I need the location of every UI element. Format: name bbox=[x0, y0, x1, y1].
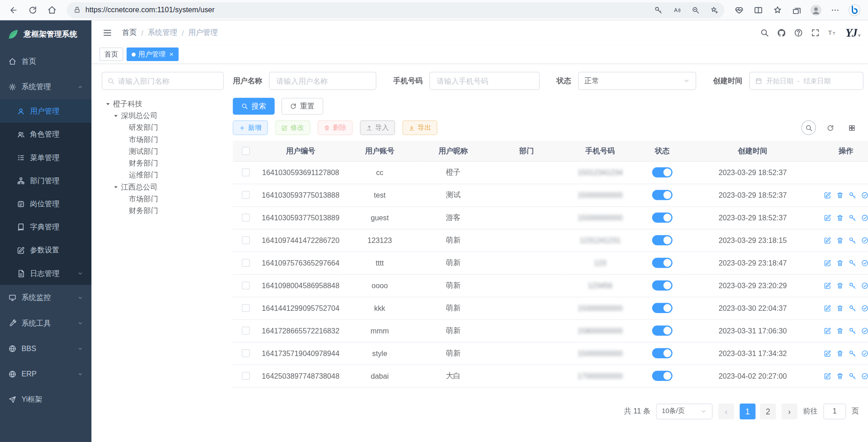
row-checkbox[interactable] bbox=[242, 214, 249, 221]
sidebar-item-字典管理[interactable]: 字典管理 bbox=[0, 215, 91, 238]
row-assign-role-button[interactable] bbox=[861, 304, 868, 312]
row-reset-password-button[interactable] bbox=[849, 237, 856, 244]
row-delete-button[interactable] bbox=[836, 191, 843, 199]
zoom-icon[interactable] bbox=[688, 3, 702, 17]
row-checkbox[interactable] bbox=[242, 191, 249, 199]
tree-node-财务部门[interactable]: 财务部门 bbox=[102, 157, 224, 169]
tree-node-运维部门[interactable]: 运维部门 bbox=[102, 169, 224, 181]
column-settings-button[interactable] bbox=[844, 120, 859, 135]
sidebar-item-参数设置[interactable]: 参数设置 bbox=[0, 238, 91, 261]
row-checkbox[interactable] bbox=[242, 259, 249, 266]
row-reset-password-button[interactable] bbox=[849, 350, 856, 357]
more-menu-icon[interactable] bbox=[827, 2, 843, 18]
split-screen-icon[interactable] bbox=[750, 2, 766, 18]
tree-node-研发部门[interactable]: 研发部门 bbox=[102, 122, 224, 133]
sidebar-item-首页[interactable]: 首页 bbox=[0, 48, 91, 74]
username-input[interactable] bbox=[269, 72, 376, 90]
row-assign-role-button[interactable] bbox=[861, 237, 868, 244]
status-toggle[interactable] bbox=[652, 280, 673, 290]
tree-node-市场部门[interactable]: 市场部门 bbox=[102, 193, 224, 204]
search-icon[interactable] bbox=[757, 25, 772, 40]
sidebar-item-角色管理[interactable]: 角色管理 bbox=[0, 123, 91, 146]
row-reset-password-button[interactable] bbox=[849, 372, 856, 380]
row-checkbox[interactable] bbox=[242, 236, 249, 244]
row-reset-password-button[interactable] bbox=[849, 327, 856, 334]
status-toggle[interactable] bbox=[652, 348, 673, 358]
add-favorite-icon[interactable] bbox=[707, 3, 721, 17]
row-edit-button[interactable] bbox=[824, 327, 831, 334]
delete-button[interactable]: 删除 bbox=[318, 120, 352, 135]
browser-home-icon[interactable] bbox=[44, 2, 60, 18]
sidebar-item-岗位管理[interactable]: 岗位管理 bbox=[0, 192, 91, 215]
read-aloud-icon[interactable] bbox=[669, 3, 683, 17]
row-assign-role-button[interactable] bbox=[861, 214, 868, 221]
github-icon[interactable] bbox=[774, 25, 789, 40]
row-delete-button[interactable] bbox=[836, 350, 843, 357]
tree-node-测试部门[interactable]: 测试部门 bbox=[102, 145, 224, 157]
row-delete-button[interactable] bbox=[836, 237, 843, 244]
favorites-icon[interactable] bbox=[770, 2, 786, 18]
reset-button[interactable]: 重置 bbox=[281, 98, 323, 114]
row-checkbox[interactable] bbox=[242, 168, 249, 176]
tab-首页[interactable]: 首页 bbox=[100, 48, 123, 61]
row-checkbox[interactable] bbox=[242, 281, 249, 289]
refresh-table-button[interactable] bbox=[823, 120, 837, 135]
sidebar-item-系统工具[interactable]: 系统工具 bbox=[0, 310, 91, 336]
sidebar-toggle-icon[interactable] bbox=[100, 25, 115, 41]
password-key-icon[interactable] bbox=[651, 3, 665, 17]
breadcrumb-item-home[interactable]: 首页 bbox=[122, 28, 137, 38]
row-delete-button[interactable] bbox=[836, 214, 843, 221]
search-button[interactable]: 搜索 bbox=[233, 98, 275, 114]
edit-button[interactable]: 修改 bbox=[275, 120, 310, 135]
profile-avatar[interactable] bbox=[808, 2, 824, 18]
row-reset-password-button[interactable] bbox=[849, 304, 856, 312]
row-delete-button[interactable] bbox=[836, 304, 843, 312]
add-button[interactable]: 新增 bbox=[233, 120, 268, 135]
row-assign-role-button[interactable] bbox=[861, 191, 868, 199]
tab-用户管理[interactable]: 用户管理× bbox=[127, 48, 179, 61]
status-toggle[interactable] bbox=[652, 167, 673, 177]
collections-icon[interactable] bbox=[789, 2, 805, 18]
fullscreen-icon[interactable] bbox=[808, 25, 823, 40]
row-checkbox[interactable] bbox=[242, 372, 249, 380]
row-delete-button[interactable] bbox=[836, 372, 843, 380]
status-toggle[interactable] bbox=[652, 213, 673, 223]
goto-page-input[interactable] bbox=[823, 403, 846, 419]
sidebar-item-系统监控[interactable]: 系统监控 bbox=[0, 285, 91, 310]
row-checkbox[interactable] bbox=[242, 304, 249, 312]
select-all-checkbox[interactable] bbox=[242, 147, 249, 155]
tree-node-财务部门[interactable]: 财务部门 bbox=[102, 204, 224, 216]
close-icon[interactable]: × bbox=[170, 51, 174, 57]
page-size-select[interactable]: 10条/页 bbox=[656, 403, 712, 419]
sidebar-item-系统管理[interactable]: 系统管理 bbox=[0, 74, 91, 100]
sidebar-item-BBS[interactable]: BBS bbox=[0, 336, 91, 361]
tree-node-橙子科技[interactable]: 橙子科技 bbox=[102, 98, 224, 109]
row-edit-button[interactable] bbox=[824, 259, 831, 266]
status-toggle[interactable] bbox=[652, 303, 673, 313]
row-edit-button[interactable] bbox=[824, 350, 831, 357]
copilot-icon[interactable] bbox=[846, 2, 862, 18]
next-page-button[interactable]: › bbox=[782, 403, 797, 419]
address-bar[interactable]: https://ccnetcore.com:1101/system/user bbox=[66, 2, 724, 18]
breadcrumb-item-system[interactable]: 系统管理 bbox=[148, 28, 177, 38]
status-toggle[interactable] bbox=[652, 326, 673, 336]
status-toggle[interactable] bbox=[652, 190, 673, 200]
row-reset-password-button[interactable] bbox=[849, 259, 856, 266]
row-assign-role-button[interactable] bbox=[861, 259, 868, 266]
browser-back-icon[interactable] bbox=[5, 2, 21, 18]
row-reset-password-button[interactable] bbox=[849, 214, 856, 221]
browser-essentials-icon[interactable] bbox=[731, 2, 747, 18]
browser-refresh-icon[interactable] bbox=[25, 2, 41, 18]
sidebar-item-ERP[interactable]: ERP bbox=[0, 361, 91, 386]
sidebar-item-Yi框架[interactable]: Yi框架 bbox=[0, 387, 91, 412]
row-assign-role-button[interactable] bbox=[861, 350, 868, 357]
dept-search-input[interactable] bbox=[118, 76, 218, 85]
row-delete-button[interactable] bbox=[836, 327, 843, 334]
row-assign-role-button[interactable] bbox=[861, 282, 868, 289]
toggle-search-button[interactable] bbox=[802, 120, 816, 135]
row-reset-password-button[interactable] bbox=[849, 191, 856, 199]
url-text[interactable]: https://ccnetcore.com:1101/system/user bbox=[85, 5, 647, 14]
row-reset-password-button[interactable] bbox=[849, 282, 856, 289]
tree-node-深圳总公司[interactable]: 深圳总公司 bbox=[102, 109, 224, 121]
row-checkbox[interactable] bbox=[242, 327, 249, 334]
